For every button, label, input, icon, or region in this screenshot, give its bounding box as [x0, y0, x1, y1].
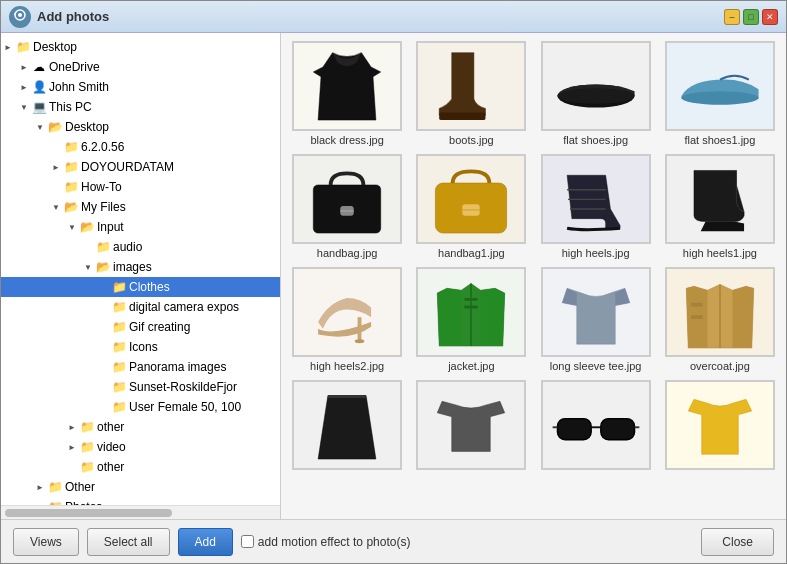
tree-item-other1[interactable]: ► 📁 other: [1, 417, 280, 437]
photo-thumb-blouse: [416, 380, 526, 470]
tree-toggle-my-files[interactable]: ▼: [49, 199, 63, 215]
tree-item-user-female[interactable]: 📁 User Female 50, 100: [1, 397, 280, 417]
tree-item-clothes[interactable]: 📁 Clothes: [1, 277, 280, 297]
photo-thumb-long-sleeve-tee: [541, 267, 651, 357]
tree-icon-video: 📁: [79, 439, 95, 455]
tree-item-how-to[interactable]: 📁 How-To: [1, 177, 280, 197]
tree-toggle-audio: [81, 239, 95, 255]
tree-toggle-this-pc[interactable]: ▼: [17, 99, 31, 115]
tree-toggle-how-to: [49, 179, 63, 195]
tree-label-digital-camera: digital camera expos: [129, 300, 239, 314]
tree-toggle-desktop2[interactable]: ▼: [33, 119, 47, 135]
tree-item-desktop2[interactable]: ▼ 📂 Desktop: [1, 117, 280, 137]
svg-rect-40: [600, 418, 634, 439]
tree-item-other3[interactable]: ► 📁 Other: [1, 477, 280, 497]
tree-item-video[interactable]: ► 📁 video: [1, 437, 280, 457]
tree-toggle-john-smith[interactable]: ►: [17, 79, 31, 95]
photo-item-handbag1[interactable]: handbag1.jpg: [413, 154, 529, 259]
add-button[interactable]: Add: [178, 528, 233, 556]
tree-icon-other2: 📁: [79, 459, 95, 475]
photo-thumb-high-heels1: [665, 154, 775, 244]
tree-item-john-smith[interactable]: ► 👤 John Smith: [1, 77, 280, 97]
tree-toggle-desktop-root[interactable]: ►: [1, 39, 15, 55]
tree-label-clothes: Clothes: [129, 280, 170, 294]
photo-label-handbag: handbag.jpg: [317, 247, 378, 259]
photo-item-sunglasses[interactable]: [538, 380, 654, 473]
main-content: ► 📁 Desktop ► ☁ OneDrive ► 👤 John Smith …: [1, 33, 786, 519]
tree-icon-desktop2: 📂: [47, 119, 63, 135]
tree-item-images[interactable]: ▼ 📂 images: [1, 257, 280, 277]
photo-grid-panel[interactable]: black dress.jpg boots.jpg flat shoes.jpg: [281, 33, 786, 519]
tree-item-panorama-images[interactable]: 📁 Panorama images: [1, 357, 280, 377]
photo-item-flat-shoes1[interactable]: flat shoes1.jpg: [662, 41, 778, 146]
photo-label-high-heels2: high heels2.jpg: [310, 360, 384, 372]
horizontal-scrollbar[interactable]: [1, 505, 280, 519]
tree-icon-doyourdatam: 📁: [63, 159, 79, 175]
svg-rect-28: [465, 298, 478, 301]
maximize-button[interactable]: □: [743, 9, 759, 25]
tree-item-other2[interactable]: 📁 other: [1, 457, 280, 477]
photo-item-jacket[interactable]: jacket.jpg: [413, 267, 529, 372]
photo-thumb-black-dress: [292, 41, 402, 131]
tree-label-doyourdatam: DOYOURDATAM: [81, 160, 174, 174]
photo-item-high-heels1[interactable]: high heels1.jpg: [662, 154, 778, 259]
photo-item-high-heels[interactable]: high heels.jpg: [538, 154, 654, 259]
photo-item-blouse[interactable]: [413, 380, 529, 473]
tree-toggle-images[interactable]: ▼: [81, 259, 95, 275]
tree-label-other2: other: [97, 460, 124, 474]
tree-item-icons[interactable]: 📁 Icons: [1, 337, 280, 357]
select-all-button[interactable]: Select all: [87, 528, 170, 556]
photo-item-black-dress[interactable]: black dress.jpg: [289, 41, 405, 146]
tree-toggle-video[interactable]: ►: [65, 439, 79, 455]
tree-toggle-other1[interactable]: ►: [65, 419, 79, 435]
tree-item-this-pc[interactable]: ▼ 💻 This PC: [1, 97, 280, 117]
tree-label-input: Input: [97, 220, 124, 234]
svg-point-7: [557, 88, 634, 103]
tree-item-gif-creating[interactable]: 📁 Gif creating: [1, 317, 280, 337]
tree-item-onedrive[interactable]: ► ☁ OneDrive: [1, 57, 280, 77]
photo-item-skirt[interactable]: [289, 380, 405, 473]
tree-toggle-onedrive[interactable]: ►: [17, 59, 31, 75]
photo-item-handbag[interactable]: handbag.jpg: [289, 154, 405, 259]
photo-item-long-sleeve-tee[interactable]: long sleeve tee.jpg: [538, 267, 654, 372]
tree-toggle-gif-creating: [97, 319, 111, 335]
tree-icon-my-files: 📂: [63, 199, 79, 215]
tree-item-audio[interactable]: 📁 audio: [1, 237, 280, 257]
close-window-button[interactable]: ✕: [762, 9, 778, 25]
photo-thumb-handbag1: [416, 154, 526, 244]
motion-effect-checkbox[interactable]: [241, 535, 254, 548]
tree-item-input[interactable]: ▼ 📂 Input: [1, 217, 280, 237]
tree-item-photos[interactable]: 📁 Photos: [1, 497, 280, 505]
tree-item-my-files[interactable]: ▼ 📂 My Files: [1, 197, 280, 217]
photo-item-high-heels2[interactable]: high heels2.jpg: [289, 267, 405, 372]
tree-icon-other3: 📁: [47, 479, 63, 495]
tree-toggle-clothes: [97, 279, 111, 295]
bottom-bar: Views Select all Add add motion effect t…: [1, 519, 786, 563]
minimize-button[interactable]: –: [724, 9, 740, 25]
tree-item-digital-camera[interactable]: 📁 digital camera expos: [1, 297, 280, 317]
close-button[interactable]: Close: [701, 528, 774, 556]
photo-item-overcoat[interactable]: overcoat.jpg: [662, 267, 778, 372]
svg-rect-39: [557, 418, 591, 439]
tree-toggle-panorama-images: [97, 359, 111, 375]
tree-label-6.2.0.56: 6.2.0.56: [81, 140, 124, 154]
photo-item-yellow-top[interactable]: [662, 380, 778, 473]
photo-grid: black dress.jpg boots.jpg flat shoes.jpg: [289, 41, 778, 473]
tree-toggle-doyourdatam[interactable]: ►: [49, 159, 63, 175]
photo-item-boots[interactable]: boots.jpg: [413, 41, 529, 146]
svg-rect-4: [440, 112, 486, 120]
tree-label-how-to: How-To: [81, 180, 122, 194]
file-tree-scroll[interactable]: ► 📁 Desktop ► ☁ OneDrive ► 👤 John Smith …: [1, 33, 280, 505]
tree-item-sunset[interactable]: 📁 Sunset-RoskildeFjor: [1, 377, 280, 397]
h-scrollbar-thumb[interactable]: [5, 509, 172, 517]
app-icon: [9, 6, 31, 28]
tree-toggle-other3[interactable]: ►: [33, 479, 47, 495]
tree-toggle-sunset: [97, 379, 111, 395]
tree-item-6.2.0.56[interactable]: 📁 6.2.0.56: [1, 137, 280, 157]
tree-toggle-input[interactable]: ▼: [65, 219, 79, 235]
tree-item-doyourdatam[interactable]: ► 📁 DOYOURDATAM: [1, 157, 280, 177]
views-button[interactable]: Views: [13, 528, 79, 556]
photo-item-flat-shoes[interactable]: flat shoes.jpg: [538, 41, 654, 146]
tree-item-desktop-root[interactable]: ► 📁 Desktop: [1, 37, 280, 57]
photo-label-overcoat: overcoat.jpg: [690, 360, 750, 372]
